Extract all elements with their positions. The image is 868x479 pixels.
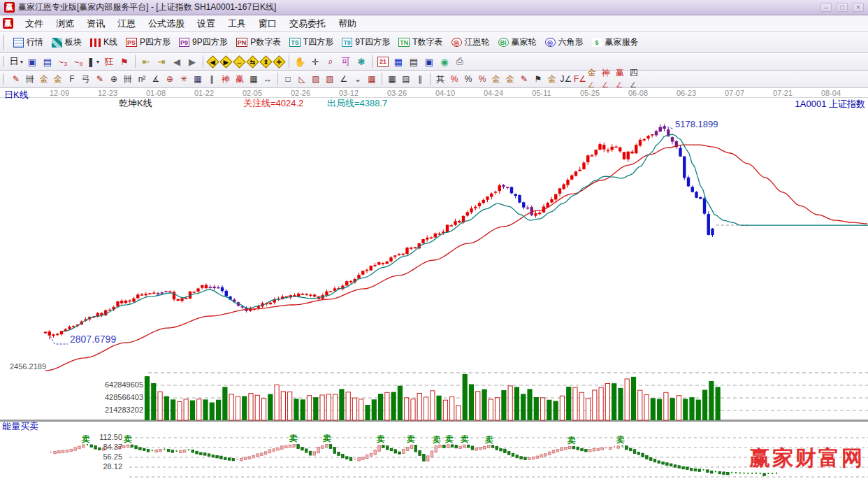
draw-tool-12-icon[interactable]: ✳ <box>177 73 191 86</box>
draw-tool-33-icon[interactable]: % <box>447 73 461 86</box>
draw-tool-26-icon[interactable]: ▦ <box>365 73 379 86</box>
smart-icon[interactable]: ❃ <box>354 55 369 69</box>
draw-tool-40-icon[interactable]: 金 <box>545 73 559 86</box>
print-icon[interactable]: ⎙ <box>452 55 468 69</box>
menu-item-9[interactable]: 帮助 <box>332 15 363 31</box>
calendar-icon[interactable]: 21 <box>375 55 391 69</box>
draw-tool-4-icon[interactable]: F <box>65 73 79 86</box>
menu-item-8[interactable]: 交易委托 <box>283 15 332 31</box>
menu-item-0[interactable]: 文件 <box>19 15 50 31</box>
wave-3-icon[interactable]: ~₃ <box>55 55 71 69</box>
draw-tool-3-icon[interactable]: 金 <box>51 73 65 86</box>
kline-period-icon[interactable]: 日▼ <box>9 55 24 69</box>
draw-tool-35-icon[interactable]: % <box>475 73 489 86</box>
draw-tool-45-icon[interactable]: 赢∠ <box>615 73 629 86</box>
tool-赢家服务-button[interactable]: $赢家服务 <box>588 34 643 50</box>
fit-all-icon[interactable]: ✛ <box>273 55 285 68</box>
draw-tool-7-icon[interactable]: ⊕ <box>107 73 121 86</box>
draw-tool-6-icon[interactable]: ✎ <box>93 73 107 86</box>
draw-tool-8-icon[interactable]: 卌 <box>121 73 135 86</box>
compress-h-icon[interactable]: ⇆ <box>246 55 259 68</box>
draw-tool-44-icon[interactable]: 神∠ <box>601 73 615 86</box>
draw-tool-22-icon[interactable]: ▨ <box>309 73 323 86</box>
next-bar-icon[interactable]: ▶ <box>185 55 200 69</box>
net-chart-icon[interactable]: ▣ <box>24 55 40 69</box>
draw-tool-29-icon[interactable]: ▤ <box>399 73 413 86</box>
notes-icon[interactable]: ▤ <box>406 55 421 69</box>
menu-item-6[interactable]: 工具 <box>222 15 252 31</box>
menu-item-5[interactable]: 设置 <box>191 15 222 31</box>
tool-行情-button[interactable]: 行情 <box>9 34 48 50</box>
draw-tool-9-icon[interactable]: n² <box>135 73 149 86</box>
draw-tool-13-icon[interactable]: ▦ <box>191 73 205 86</box>
menu-item-7[interactable]: 窗口 <box>252 15 283 31</box>
draw-tool-34-icon[interactable]: % <box>461 73 475 86</box>
draw-tool-37-icon[interactable]: 金 <box>503 73 517 86</box>
tool-K线-button[interactable]: K线 <box>86 34 122 50</box>
zoom-tool-icon[interactable]: ⌕ <box>323 55 338 69</box>
web-icon[interactable]: ◉ <box>437 55 452 69</box>
tool-P数字表-button[interactable]: PNP数字表 <box>232 34 286 50</box>
flag-icon[interactable]: ⚑ <box>117 55 132 69</box>
draw-tool-16-icon[interactable]: 赢 <box>233 73 247 86</box>
expand-v-icon[interactable]: ⇕ <box>259 55 272 68</box>
draw-tool-25-icon[interactable]: ⌄ <box>351 73 365 86</box>
shift-right-icon[interactable]: ▶ <box>219 55 232 68</box>
draw-tool-21-icon[interactable]: ◺ <box>295 73 309 86</box>
menu-item-3[interactable]: 江恩 <box>111 15 142 31</box>
expand-h-icon[interactable]: ↔ <box>233 55 245 68</box>
window-titlebar[interactable]: 赢 赢家江恩专业版[赢家内部服务平台] - [上证指数 SH1A0001-167… <box>0 0 868 15</box>
draw-tool-43-icon[interactable]: 金∠ <box>587 73 601 86</box>
draw-tool-15-icon[interactable]: 神 <box>219 73 233 86</box>
draw-tool-23-icon[interactable]: ▧ <box>323 73 337 86</box>
draw-tool-1-icon[interactable]: 卌 <box>23 73 37 86</box>
stamp-icon[interactable]: 可 <box>338 55 354 69</box>
draw-tool-10-icon[interactable]: ∡ <box>149 73 163 86</box>
chart-area[interactable]: 日K线 乾坤K线 关注线=4024.2 出局线=4388.7 1A0001 上证… <box>0 88 868 479</box>
draw-tool-14-icon[interactable]: ∥ <box>205 73 219 86</box>
draw-tool-30-icon[interactable]: ∥ <box>413 73 427 86</box>
menu-item-1[interactable]: 浏览 <box>50 15 80 31</box>
draw-tool-2-icon[interactable]: 金 <box>37 73 51 86</box>
tool-9T四方形-button[interactable]: T99T四方形 <box>338 34 394 50</box>
first-bar-icon[interactable]: ⇤ <box>138 55 154 69</box>
tool-T四方形-button[interactable]: TST四方形 <box>285 34 338 50</box>
tool-9P四方形-button[interactable]: P99P四方形 <box>175 34 232 50</box>
menu-item-2[interactable]: 资讯 <box>80 15 111 31</box>
draw-tool-24-icon[interactable]: ∠ <box>337 73 351 86</box>
draw-tool-46-icon[interactable]: 四∠ <box>629 73 643 86</box>
crosshair-icon[interactable]: ✛ <box>308 55 323 69</box>
report-icon[interactable]: ▤ <box>40 55 55 69</box>
tool-板块-button[interactable]: 板块 <box>48 34 86 50</box>
tool-赢家轮-button[interactable]: Bi赢家轮 <box>494 34 541 50</box>
tool-六角形-button[interactable]: ◎六角形 <box>541 34 588 50</box>
draw-tool-11-icon[interactable]: ⊕ <box>163 73 177 86</box>
maximize-button[interactable]: □ <box>837 3 848 12</box>
save-icon[interactable]: ▣ <box>421 55 437 69</box>
draw-tool-36-icon[interactable]: 金 <box>489 73 503 86</box>
tool-T数字表-button[interactable]: TNT数字表 <box>394 34 447 50</box>
tool-P四方形-button[interactable]: PSP四方形 <box>122 34 175 50</box>
draw-tool-18-icon[interactable]: ↔ <box>261 73 275 86</box>
draw-tool-42-icon[interactable]: F∠ <box>573 73 587 86</box>
kline-canvas[interactable] <box>0 88 868 479</box>
hand-tool-icon[interactable]: ✋ <box>292 55 308 69</box>
draw-tool-28-icon[interactable]: ▦ <box>385 73 399 86</box>
kuang-icon[interactable]: 狂 <box>101 55 117 69</box>
draw-tool-17-icon[interactable]: ▦ <box>247 73 261 86</box>
shift-left-icon[interactable]: ◀ <box>206 55 219 68</box>
menu-item-4[interactable]: 公式选股 <box>142 15 191 31</box>
draw-tool-32-icon[interactable]: 其 <box>433 73 447 86</box>
prev-bar-icon[interactable]: ◀ <box>169 55 185 69</box>
draw-tool-38-icon[interactable]: ✎ <box>517 73 531 86</box>
draw-tool-5-icon[interactable]: 弓 <box>79 73 93 86</box>
candle-style-icon[interactable]: ❚▼ <box>86 55 101 69</box>
minimize-button[interactable]: – <box>820 3 832 12</box>
wave-9-icon[interactable]: ~₉ <box>71 55 86 69</box>
draw-tool-41-icon[interactable]: J∠ <box>559 73 573 86</box>
draw-tool-39-icon[interactable]: ⚑ <box>531 73 545 86</box>
tool-江恩轮-button[interactable]: ◎江恩轮 <box>447 34 494 50</box>
draw-tool-20-icon[interactable]: □ <box>281 73 295 86</box>
calculator-icon[interactable]: ▦ <box>391 55 406 69</box>
close-button[interactable]: × <box>853 3 864 12</box>
